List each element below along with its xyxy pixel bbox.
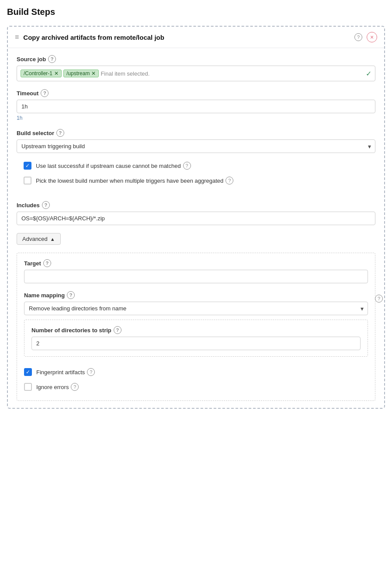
build-selector-help-icon[interactable]: ? [56, 129, 64, 137]
name-mapping-label: Name mapping ? [24, 291, 368, 299]
timeout-label: Timeout ? [17, 89, 375, 97]
includes-help-icon[interactable]: ? [42, 201, 50, 209]
use-last-successful-row: Use last successful if upstream cause ca… [24, 158, 368, 173]
card-title: Copy archived artifacts from remote/loca… [23, 34, 350, 41]
timeout-hint: 1h [17, 115, 375, 121]
pick-lowest-row: Pick the lowest build number when multip… [24, 173, 368, 188]
num-directories-input[interactable] [31, 337, 361, 350]
fingerprint-artifacts-row: Fingerprint artifacts ? [24, 365, 368, 379]
build-selector-select[interactable]: Upstream triggering build Latest success… [17, 139, 375, 153]
timeout-input[interactable] [17, 100, 375, 113]
num-directories-label: Number of directories to strip ? [31, 326, 361, 334]
advanced-toggle-label: Advanced [22, 236, 48, 242]
card-help-icon[interactable]: ? [354, 33, 362, 41]
drag-handle-icon[interactable]: ≡ [15, 33, 19, 41]
use-last-successful-label: Use last successful if upstream cause ca… [36, 162, 191, 170]
name-mapping-wrapper: Remove leading directories from name Fla… [24, 302, 368, 315]
advanced-toggle[interactable]: Advanced ▲ [17, 233, 61, 245]
build-selector-field: Build selector ? Upstream triggering bui… [17, 129, 375, 193]
close-button[interactable]: × [367, 32, 377, 42]
timeout-help-icon[interactable]: ? [41, 89, 49, 97]
build-step-card: ≡ Copy archived artifacts from remote/lo… [7, 26, 385, 409]
page-title: Build Steps [7, 7, 385, 17]
source-job-help-icon[interactable]: ? [48, 55, 56, 63]
includes-field: Includes ? [17, 201, 375, 225]
target-help-icon[interactable]: ? [43, 259, 51, 267]
tag-controller[interactable]: /Controller-1 ✕ [21, 70, 62, 77]
tag-upstream[interactable]: /upstream ✕ [63, 70, 99, 77]
pick-lowest-help-icon[interactable]: ? [225, 177, 233, 184]
timeout-field: Timeout ? 1h [17, 89, 375, 121]
target-field: Target ? [24, 259, 368, 283]
ignore-errors-help-icon[interactable]: ? [71, 383, 79, 391]
advanced-section: Target ? Name mapping ? Remove leading d… [17, 253, 375, 401]
num-directories-section: Number of directories to strip ? [24, 320, 368, 357]
name-mapping-help-icon[interactable]: ? [67, 291, 75, 299]
ignore-errors-label: Ignore errors ? [36, 383, 79, 391]
pick-lowest-checkbox[interactable] [24, 177, 31, 184]
tag-upstream-remove[interactable]: ✕ [91, 71, 96, 76]
pick-lowest-label: Pick the lowest build number when multip… [36, 177, 233, 184]
target-label: Target ? [24, 259, 368, 267]
target-input[interactable] [24, 270, 368, 283]
num-directories-help-icon[interactable]: ? [114, 326, 121, 334]
build-selector-label: Build selector ? [17, 129, 375, 137]
source-job-check-icon: ✓ [366, 70, 371, 78]
includes-input[interactable] [17, 212, 375, 225]
card-header: ≡ Copy archived artifacts from remote/lo… [8, 27, 384, 48]
build-selector-wrapper: Upstream triggering build Latest success… [17, 139, 375, 153]
source-job-field: Source job ? /Controller-1 ✕ /upstream ✕… [17, 55, 375, 81]
ignore-errors-row: Ignore errors ? [24, 379, 368, 394]
advanced-chevron-icon: ▲ [50, 237, 55, 242]
name-mapping-side-help-icon[interactable]: ? [375, 295, 383, 303]
build-selector-options: Use last successful if upstream cause ca… [17, 153, 375, 193]
use-last-successful-checkbox[interactable] [24, 162, 31, 170]
fingerprint-artifacts-label: Fingerprint artifacts ? [36, 368, 95, 376]
source-job-placeholder: Final item selected. [101, 70, 149, 77]
tag-controller-remove[interactable]: ✕ [54, 71, 59, 76]
name-mapping-select[interactable]: Remove leading directories from name Fla… [24, 302, 368, 315]
fingerprint-artifacts-help-icon[interactable]: ? [87, 368, 95, 376]
includes-label: Includes ? [17, 201, 375, 209]
source-job-input[interactable]: /Controller-1 ✕ /upstream ✕ Final item s… [17, 66, 375, 81]
source-job-label: Source job ? [17, 55, 375, 63]
ignore-errors-checkbox[interactable] [24, 383, 32, 391]
fingerprint-artifacts-checkbox[interactable] [24, 368, 32, 376]
use-last-successful-help-icon[interactable]: ? [183, 162, 191, 170]
name-mapping-field: Name mapping ? Remove leading directorie… [24, 291, 368, 357]
card-body: Source job ? /Controller-1 ✕ /upstream ✕… [8, 48, 384, 408]
